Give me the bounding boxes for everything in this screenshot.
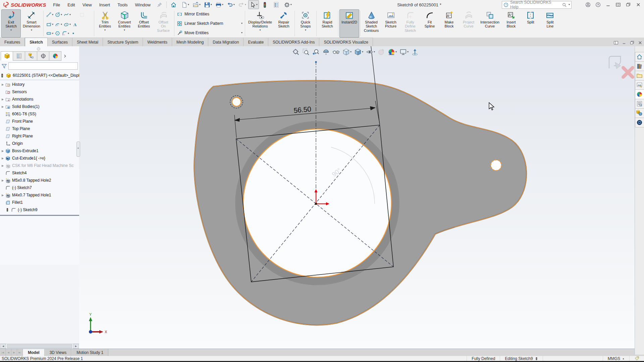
tab-evaluate[interactable]: Evaluate: [244, 38, 268, 46]
linear-sketch-pattern-button[interactable]: Linear Sketch Pattern▾: [177, 20, 243, 26]
tab-surfaces[interactable]: Surfaces: [48, 38, 72, 46]
tab-solidworks-add-ins[interactable]: SOLIDWORKS Add-Ins: [268, 38, 319, 46]
menu-file[interactable]: File: [49, 0, 64, 9]
dynamic-annotation-views-button[interactable]: A: [331, 48, 341, 56]
dropdown-caret-icon[interactable]: ▾: [362, 51, 363, 53]
menu-window[interactable]: Window: [131, 0, 154, 9]
dropdown-caret-icon[interactable]: ▾: [407, 51, 409, 53]
tree-item-right-plane[interactable]: Right Plane: [0, 132, 79, 140]
trim-entities-button[interactable]: Trim Entities▾: [95, 9, 115, 38]
zoom-to-area-button[interactable]: [301, 48, 311, 56]
rectangle-tool-button[interactable]: ▾: [46, 22, 53, 27]
ellipse-tool-button[interactable]: ▾: [63, 22, 71, 27]
doc-restore-button[interactable]: [628, 39, 636, 46]
doc-nav-button-2[interactable]: ▶: [11, 349, 17, 356]
doc-nav-button-3[interactable]: ▶|: [17, 349, 23, 356]
panel-resize-handle[interactable]: [76, 141, 80, 157]
panel-tab-configurationmanager[interactable]: [25, 51, 37, 61]
design-library-button[interactable]: [635, 61, 644, 71]
doc-tab-motion-study-1[interactable]: Motion Study 1: [71, 349, 108, 356]
dropdown-caret-icon[interactable]: ▾: [68, 32, 69, 35]
scroll-right-button[interactable]: ▶: [73, 344, 79, 349]
panel-horizontal-scrollbar[interactable]: ◀ ▶: [0, 344, 79, 349]
tab-sketch[interactable]: Sketch: [25, 38, 47, 46]
menu-edit[interactable]: Edit: [64, 0, 78, 9]
scroll-left-button[interactable]: ◀: [0, 344, 6, 349]
doc-tab-3d-views[interactable]: 3D Views: [45, 349, 71, 356]
view-palette-button[interactable]: [635, 80, 644, 90]
tree-item-front-plane[interactable]: Front Plane: [0, 118, 79, 125]
model-scene[interactable]: 90° 56.50: [79, 46, 644, 349]
rebuild-button[interactable]: [260, 0, 270, 9]
instant2d-button[interactable]: Instant2D: [339, 9, 359, 38]
redo-button[interactable]: ▾: [237, 0, 248, 9]
tree-item-top-plane[interactable]: Top Plane: [0, 125, 79, 132]
spline-tool-button[interactable]: ▾: [63, 12, 71, 17]
project-curve-button[interactable]: Project Curve: [459, 9, 478, 38]
dropdown-caret-icon[interactable]: ▾: [124, 29, 125, 32]
dropdown-caret-icon[interactable]: ▾: [350, 51, 352, 53]
section-view-button[interactable]: [321, 48, 331, 56]
dropdown-caret-icon[interactable]: ▾: [104, 29, 106, 32]
appearances-button[interactable]: [635, 89, 644, 99]
tab-weldments[interactable]: Weldments: [143, 38, 172, 46]
dropdown-caret-icon[interactable]: ▾: [52, 13, 53, 16]
zoom-to-fit-button[interactable]: [291, 48, 301, 56]
slot-tool-button[interactable]: ▾: [46, 31, 53, 36]
file-properties-button[interactable]: [271, 0, 282, 9]
tree-item-history[interactable]: ▶History: [0, 81, 79, 88]
polygon-tool-button[interactable]: [55, 31, 60, 36]
tab-sheet-metal[interactable]: Sheet Metal: [72, 38, 103, 46]
tree-item-origin[interactable]: Origin: [0, 140, 79, 147]
scroll-thumb[interactable]: [7, 344, 72, 348]
doc-minimize-button[interactable]: [620, 39, 628, 46]
3d-drawing-view-button[interactable]: [410, 48, 420, 56]
panel-tab-featuremanager[interactable]: [1, 51, 13, 61]
doc-close-button[interactable]: [636, 39, 644, 46]
expand-caret-icon[interactable]: ▶: [0, 105, 5, 108]
panel-tab-propertymanager[interactable]: [13, 51, 25, 61]
apply-scene-button[interactable]: ▾: [387, 48, 398, 56]
bore-hole[interactable]: [243, 129, 391, 277]
filter-funnel-icon[interactable]: [1, 63, 7, 69]
tree-item-sketch4[interactable]: Sketch4: [0, 169, 79, 177]
dropdown-caret-icon[interactable]: ▾: [259, 29, 261, 32]
panel-expand-arrow[interactable]: [61, 52, 68, 60]
dropdown-caret-icon[interactable]: ▾: [241, 22, 243, 25]
dropdown-caret-icon[interactable]: ▾: [305, 29, 306, 32]
offset-entities-button[interactable]: Offset Entities: [134, 9, 154, 38]
tree-item-csk-for-m6-flat-head-machine-sc[interactable]: ▶CSK for M6 Flat Head Machine Sc: [0, 162, 79, 169]
tab-features[interactable]: Features: [0, 38, 25, 46]
save-button[interactable]: ▾: [203, 0, 213, 9]
solidworks-forum-button[interactable]: [635, 108, 644, 118]
make-block-button[interactable]: A°Make Block: [439, 9, 459, 38]
search-box[interactable]: ? Search SOLIDWORKS Help ▾: [502, 1, 572, 9]
tree-item-sketch7[interactable]: (-) Sketch7: [0, 184, 79, 191]
dropdown-caret-icon[interactable]: ▾: [52, 23, 53, 26]
arc-tool-button[interactable]: ▾: [55, 22, 62, 27]
tree-item-6061-t6-ss[interactable]: 6061-T6 (SS): [0, 110, 79, 118]
menu-tools[interactable]: Tools: [114, 0, 131, 9]
dropdown-caret-icon[interactable]: ▾: [241, 32, 243, 34]
fit-spline-button[interactable]: Fit Spline: [420, 9, 439, 38]
undo-button[interactable]: ▾: [225, 0, 236, 9]
previous-view-button[interactable]: [311, 48, 321, 56]
ghost-rect-tool-button[interactable]: [72, 11, 92, 18]
panel-splitter-grip[interactable]: [37, 47, 40, 51]
hide-show-items-button[interactable]: ▾: [365, 48, 376, 56]
view-orientation-button[interactable]: ▾: [341, 48, 353, 56]
open-button[interactable]: ▾: [191, 0, 202, 9]
search-dropdown-caret[interactable]: ▾: [569, 3, 570, 6]
shaded-sketch-contours-button[interactable]: Shaded Sketch Contours: [362, 9, 381, 38]
options-button[interactable]: ▾: [282, 0, 293, 9]
repair-sketch-button[interactable]: Repair Sketch: [274, 9, 293, 38]
panel-tab-displaymanager[interactable]: [49, 51, 61, 61]
tab-solidworks-visualize[interactable]: SOLIDWORKS Visualize: [319, 38, 373, 46]
intersection-curve-button[interactable]: Intersection Curve: [478, 9, 501, 38]
split-button[interactable]: Split: [521, 9, 540, 38]
tree-item-cut-extrude1-x[interactable]: ▶Cut-Extrude1{ ->x}: [0, 155, 79, 162]
dropdown-caret-icon[interactable]: ▾: [245, 3, 246, 6]
expand-caret-icon[interactable]: ▶: [0, 157, 5, 160]
help-button[interactable]: ?: [593, 0, 603, 9]
part-body[interactable]: [194, 80, 527, 325]
